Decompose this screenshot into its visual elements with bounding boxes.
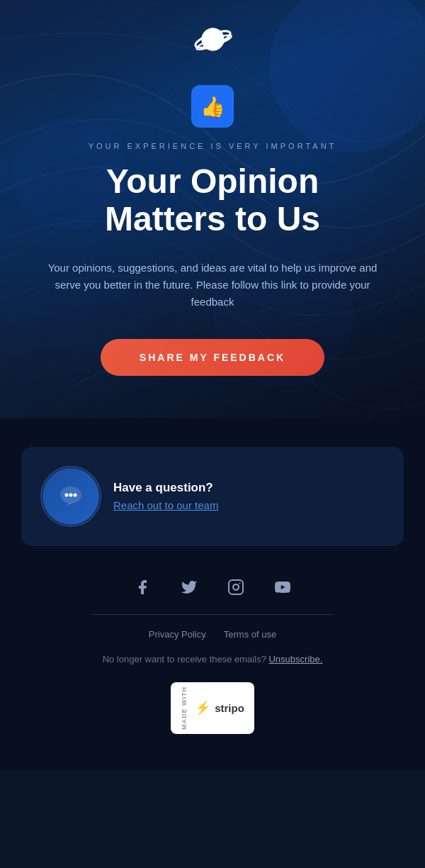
thumbs-up-emoji: 👍 — [200, 95, 225, 118]
stripo-logo-text: stripo — [215, 702, 244, 714]
heading-line1: Your Opinion — [106, 162, 319, 200]
stripo-badge: MADE WITH ⚡ stripo — [21, 682, 404, 734]
brand-logo-icon — [193, 20, 232, 59]
footer-divider — [92, 614, 333, 615]
youtube-icon[interactable] — [270, 574, 295, 600]
main-heading: Your Opinion Matters to Us — [28, 163, 397, 238]
svg-point-10 — [74, 493, 77, 496]
question-card: Have a question? Reach out to our team — [21, 447, 404, 546]
chat-icon-wrap — [42, 468, 99, 525]
stripo-lightning-icon: ⚡ — [195, 700, 210, 716]
svg-point-9 — [69, 493, 73, 496]
svg-rect-11 — [229, 580, 243, 594]
svg-point-7 — [60, 486, 81, 503]
question-card-content: Have a question? Reach out to our team — [113, 481, 218, 512]
twitter-icon[interactable] — [176, 574, 202, 600]
hero-description: Your opinions, suggestions, and ideas ar… — [35, 260, 390, 311]
share-feedback-button[interactable]: SHARE MY FEEDBACK — [101, 339, 324, 376]
reach-out-link[interactable]: Reach out to our team — [113, 499, 218, 511]
logo-area — [0, 0, 425, 57]
subtitle-label: YOUR EXPERIENCE IS VERY IMPORTANT — [0, 142, 425, 150]
made-with-label: MADE WITH — [181, 686, 188, 730]
instagram-icon[interactable] — [223, 574, 249, 600]
unsubscribe-text: No longer want to receive these emails? … — [21, 654, 404, 664]
question-heading: Have a question? — [113, 481, 218, 495]
thumbs-up-icon-box: 👍 — [191, 85, 234, 128]
heading-line2: Matters to Us — [105, 200, 320, 238]
stripo-wrap: MADE WITH ⚡ stripo — [171, 682, 254, 734]
unsubscribe-link[interactable]: Unsubscribe. — [268, 654, 322, 664]
social-row — [21, 574, 404, 600]
svg-point-8 — [65, 493, 69, 496]
bottom-section: Have a question? Reach out to our team — [0, 418, 425, 769]
chat-bubbles-icon — [57, 482, 85, 511]
privacy-policy-link[interactable]: Privacy Policy — [149, 629, 206, 640]
terms-of-use-link[interactable]: Terms of use — [224, 629, 276, 640]
facebook-icon[interactable] — [130, 574, 155, 600]
hero-section: 👍 YOUR EXPERIENCE IS VERY IMPORTANT Your… — [0, 0, 425, 418]
footer-links: Privacy Policy Terms of use — [21, 629, 404, 640]
